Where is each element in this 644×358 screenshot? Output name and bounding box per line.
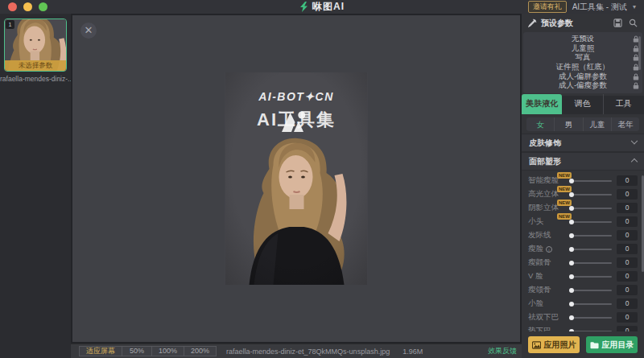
gender-option[interactable]: 儿童 — [583, 117, 611, 131]
thumbnail-status-banner: 未选择参数 — [5, 60, 66, 71]
minimize-window-button[interactable] — [23, 2, 32, 11]
slider-track[interactable] — [570, 317, 612, 319]
zoom-level-button[interactable]: 100% — [151, 346, 184, 356]
slider-row: 小脸 0 — [528, 297, 638, 311]
preset-item[interactable]: 儿童照 — [523, 44, 642, 54]
slider-handle[interactable] — [569, 315, 574, 320]
tab[interactable]: 调色 — [562, 94, 602, 114]
section-face-reshape[interactable]: 面部塑形 — [522, 152, 644, 171]
close-window-button[interactable] — [8, 2, 17, 11]
gender-option[interactable]: 女 — [526, 117, 554, 131]
preset-label: 成人-偏瘦参数 — [523, 80, 630, 91]
slider-value[interactable]: 0 — [617, 175, 638, 186]
portrait-image — [225, 72, 368, 285]
slider-label: 瘦脸 i — [528, 244, 568, 254]
slider-track[interactable] — [570, 276, 612, 278]
slider-handle[interactable] — [569, 261, 574, 265]
slider-row: 瘦颌骨 0 — [528, 283, 638, 297]
slider-handle[interactable] — [569, 288, 574, 293]
watermark-logo: AI工具集 — [225, 108, 368, 132]
fit-screen-button[interactable]: 适应屏幕 — [79, 346, 122, 356]
zoom-level-buttons: 50% 100% 200% — [122, 346, 217, 356]
maximize-window-button[interactable] — [39, 2, 47, 11]
slider-value[interactable]: 0 — [617, 326, 638, 331]
gender-segmented-control: 女 男 儿童 老年 — [526, 117, 639, 131]
tab[interactable]: 工具 — [603, 94, 644, 114]
slider-handle[interactable] — [569, 192, 574, 197]
slider-handle[interactable] — [569, 206, 574, 211]
photo-thumbnail[interactable]: 1 未选择参数 — [4, 19, 67, 72]
zoom-level-button[interactable]: 50% — [122, 346, 152, 356]
slider-handle[interactable] — [569, 220, 574, 224]
slider-row: 祛双下巴 0 — [528, 311, 638, 324]
zoom-level-button[interactable]: 200% — [184, 346, 217, 356]
statusbar-filesize: 1.96M — [402, 348, 423, 356]
photo-preview[interactable]: AI-BOT✦CN AI工具集 — [225, 72, 368, 285]
slider-track[interactable] — [570, 262, 612, 264]
close-preview-button[interactable]: ✕ — [80, 23, 97, 39]
slider-value[interactable]: 0 — [617, 298, 638, 309]
gender-option[interactable]: 老年 — [611, 117, 639, 131]
slider-value[interactable]: 0 — [617, 230, 638, 241]
section-skin-retouch[interactable]: 皮肤修饰 — [522, 134, 644, 152]
slider-track[interactable] — [570, 208, 612, 209]
slider-track[interactable] — [570, 180, 612, 182]
preset-item[interactable]: 写真 — [523, 53, 642, 63]
slider-track[interactable] — [570, 303, 612, 305]
preset-item[interactable]: 成人-偏瘦参数 — [523, 81, 642, 91]
preset-item[interactable]: 证件照（红底） — [523, 63, 642, 72]
tab[interactable]: 美肤液化 — [522, 94, 562, 114]
slider-value[interactable]: 0 — [617, 216, 638, 227]
feedback-link[interactable]: 效果反馈 — [488, 346, 517, 356]
slider-value[interactable]: 0 — [617, 244, 638, 254]
chevron-down-icon[interactable]: ▾ — [633, 3, 636, 10]
folder-icon — [590, 341, 599, 349]
preset-list-scrollbar[interactable] — [638, 36, 641, 70]
section-label: 皮肤修饰 — [529, 138, 561, 149]
slider-row: NEW 智能瘦脸 0 — [528, 174, 638, 187]
slider-track[interactable] — [570, 194, 612, 195]
slider-track[interactable] — [570, 290, 612, 291]
save-icon[interactable] — [613, 19, 622, 27]
slider-track[interactable] — [570, 249, 612, 250]
slider-track[interactable] — [570, 235, 612, 237]
ai-toolset-logo-icon — [225, 108, 368, 132]
watermark-text: AI-BOT✦CN — [225, 90, 368, 103]
preset-item[interactable]: 无预设 — [523, 35, 642, 44]
slider-value[interactable]: 0 — [617, 189, 638, 200]
slider-handle[interactable] — [569, 329, 574, 332]
apply-photo-button[interactable]: 应用照片 — [528, 336, 580, 353]
gender-option[interactable]: 男 — [554, 117, 582, 131]
lock-icon[interactable] — [630, 73, 642, 80]
slider-track[interactable] — [570, 331, 612, 332]
slider-value[interactable]: 0 — [617, 271, 638, 282]
apply-directory-label: 应用目录 — [602, 339, 634, 351]
lock-icon[interactable] — [630, 82, 642, 89]
slider-label: 小脸 — [528, 298, 568, 309]
invite-badge[interactable]: 邀请有礼 — [528, 1, 567, 13]
info-icon[interactable]: i — [546, 246, 552, 253]
statusbar-filename: rafaella-mendes-diniz-et_78QkMMQs-unspla… — [226, 348, 390, 356]
slider-track[interactable] — [570, 221, 612, 223]
photo-list-sidebar: 1 未选择参数 rafaella-mendes-diniz-... — [0, 14, 71, 358]
slider-group: NEW 智能瘦脸 0 NEW 高光立体 — [522, 171, 644, 331]
thumbnail-index-badge: 1 — [6, 20, 14, 29]
app-window: 咻图AI 邀请有礼 AI工具集 - 测试 ▾ 1 未选 — [0, 0, 644, 358]
new-badge: NEW — [557, 186, 572, 192]
slider-value[interactable]: 0 — [617, 285, 638, 295]
search-icon[interactable] — [629, 19, 638, 27]
slider-value[interactable]: 0 — [617, 312, 638, 323]
account-name[interactable]: AI工具集 - 测试 — [572, 2, 627, 13]
slider-handle[interactable] — [569, 247, 574, 252]
apply-directory-button[interactable]: 应用目录 — [586, 336, 638, 353]
slider-handle[interactable] — [569, 302, 574, 307]
slider-handle[interactable] — [569, 233, 574, 238]
slider-handle[interactable] — [569, 179, 574, 183]
slider-handle[interactable] — [569, 274, 574, 279]
slider-value[interactable]: 0 — [617, 203, 638, 213]
preset-item[interactable]: 成人-偏胖参数 — [523, 72, 642, 81]
gender-option-label: 男 — [565, 120, 573, 129]
section-label: 面部塑形 — [529, 156, 561, 167]
slider-value[interactable]: 0 — [617, 257, 638, 268]
tab-label: 美肤液化 — [526, 99, 558, 108]
